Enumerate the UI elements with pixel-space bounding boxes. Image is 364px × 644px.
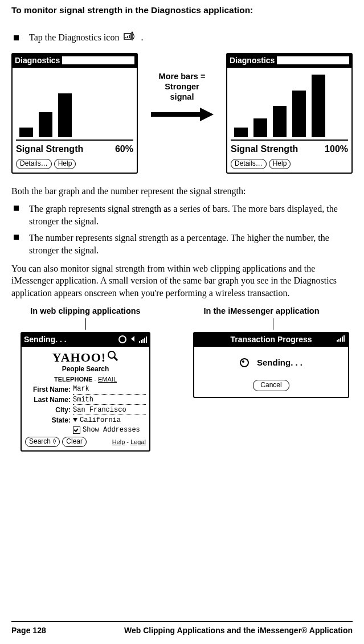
checkbox-icon [73, 426, 80, 434]
page-number: Page 128 [11, 625, 46, 636]
list-item: The graph represents signal strength as … [11, 203, 353, 227]
tab-telephone[interactable]: TELEPHONE [54, 376, 92, 383]
state-dropdown[interactable]: California [73, 416, 146, 425]
sending-row: Sending. . . [200, 357, 342, 368]
first-name-label: First Name: [25, 385, 73, 394]
page-footer: Page 128 Web Clipping Applications and t… [11, 621, 353, 636]
imessenger-panel: Transaction Progress Sending. . . Cancel [193, 332, 349, 398]
diagnostics-icon [124, 31, 136, 45]
title-tail [62, 56, 134, 64]
tab-email[interactable]: EMAIL [98, 376, 117, 383]
arrow-right-icon [151, 108, 214, 124]
intro-paragraph: Both the bar graph and the number repres… [11, 185, 353, 198]
svg-marker-7 [200, 108, 214, 121]
panel-title-bar: Sending. . . [22, 333, 149, 347]
panel-title: Transaction Progress [230, 335, 312, 344]
details-button[interactable]: Details… [16, 159, 52, 169]
list-item-text: The graph represents signal strength as … [29, 203, 353, 227]
instruction-text: Tap the Diagnostics icon . [29, 31, 143, 45]
sending-label: Sending. . . [24, 334, 67, 345]
diagnostics-panel-100: Diagnostics Signal Strength 100% Details… [226, 53, 353, 173]
yahoo-subtitle: People Search [25, 364, 146, 374]
help-button[interactable]: Help [54, 159, 76, 169]
show-addresses-label: Show Addresses [83, 426, 140, 434]
mid-line-3: signal [170, 92, 194, 101]
signal-label: Signal Strength [16, 143, 83, 155]
panel-title-bar: Diagnostics [227, 54, 351, 68]
mini-signal-bars-icon [337, 335, 345, 342]
callout-pointer [273, 318, 273, 330]
city-label: City: [25, 405, 73, 415]
svg-marker-8 [131, 336, 134, 342]
panel-title: Diagnostics [230, 55, 275, 66]
chevron-icon: ◊ [52, 437, 56, 445]
instruction-prefix: Tap the Diagnostics icon [29, 32, 119, 42]
section-heading: To monitor signal strength in the Diagno… [11, 5, 353, 17]
callout-imessenger: In the iMessenger application Transactio… [170, 306, 353, 452]
instruction-suffix: . [141, 32, 143, 42]
tabs-row: TELEPHONE - EMAIL [25, 375, 146, 384]
first-name-field[interactable]: Mark [73, 384, 146, 394]
svg-line-10 [114, 357, 117, 360]
yahoo-logo: YAHOO! [52, 349, 106, 366]
last-name-row: Last Name: Smith [25, 395, 146, 405]
bullet-icon [14, 206, 19, 211]
city-row: City: San Francisco [25, 405, 146, 415]
last-name-field[interactable]: Smith [73, 395, 146, 405]
legal-link[interactable]: Legal [130, 438, 146, 445]
show-addresses-checkbox[interactable]: Show Addresses [73, 425, 146, 434]
mini-signal-bars-icon [139, 336, 147, 343]
svg-point-5 [132, 32, 133, 34]
bullet-icon [14, 235, 19, 240]
city-field[interactable]: San Francisco [73, 405, 146, 415]
callout-pointer [85, 318, 86, 330]
mid-line-1: More bars = [159, 72, 206, 81]
tab-separator: - [92, 376, 98, 383]
signal-bars-60 [19, 75, 133, 137]
show-addresses-row: Show Addresses [25, 425, 146, 434]
list-item: The number represents signal strength as… [11, 232, 353, 256]
help-button[interactable]: Help [269, 159, 291, 169]
search-button[interactable]: Search ◊ [25, 437, 60, 447]
panel-title-bar: Transaction Progress [194, 333, 348, 347]
signal-readout: Signal Strength 100% [231, 140, 348, 155]
state-label: State: [25, 416, 73, 425]
back-arrow-icon [130, 334, 137, 345]
explanation-list: The graph represents signal strength as … [11, 203, 353, 256]
panel-title-bar: Diagnostics [13, 54, 137, 68]
web-clipping-panel: Sending. . . YAHOO! People Search [21, 332, 150, 452]
signal-value: 60% [115, 143, 133, 155]
list-item-text: The number represents signal strength as… [29, 232, 353, 256]
sending-label: Sending. . . [257, 357, 302, 368]
bullet-icon [14, 35, 19, 40]
callout-title: In web clipping applications [11, 306, 159, 317]
footer-links: Help - Legal [112, 438, 146, 446]
last-name-label: Last Name: [25, 395, 73, 404]
signal-readout: Signal Strength 60% [16, 140, 133, 155]
radio-icon [118, 335, 126, 343]
instruction-row: Tap the Diagnostics icon . [11, 31, 353, 45]
comparison-label: More bars = Stronger signal [138, 53, 226, 125]
callouts-row: In web clipping applications Sending. . … [11, 306, 353, 452]
cancel-button[interactable]: Cancel [253, 380, 289, 391]
title-tail [277, 56, 349, 64]
clear-button[interactable]: Clear [62, 437, 87, 447]
callout-title: In the iMessenger application [170, 306, 353, 317]
signal-label: Signal Strength [231, 143, 298, 155]
mid-line-2: Stronger [165, 82, 199, 91]
diagnostics-panel-60: Diagnostics Signal Strength 60% Details…… [11, 53, 138, 173]
first-name-row: First Name: Mark [25, 384, 146, 394]
state-value: California [80, 416, 121, 424]
svg-rect-6 [151, 112, 200, 117]
callout-web-clipping: In web clipping applications Sending. . … [11, 306, 159, 452]
diagnostics-panels-row: Diagnostics Signal Strength 60% Details…… [11, 53, 353, 173]
details-button[interactable]: Details… [231, 159, 267, 169]
chevron-down-icon [73, 418, 77, 422]
state-row: State: California [25, 416, 146, 425]
followup-paragraph: You can also monitor signal strength fro… [11, 262, 353, 300]
chapter-title: Web Clipping Applications and the iMesse… [124, 625, 353, 636]
panel-title: Diagnostics [15, 55, 60, 66]
signal-bars-100 [234, 75, 348, 137]
help-link[interactable]: Help [112, 438, 125, 445]
radio-icon [240, 358, 249, 367]
